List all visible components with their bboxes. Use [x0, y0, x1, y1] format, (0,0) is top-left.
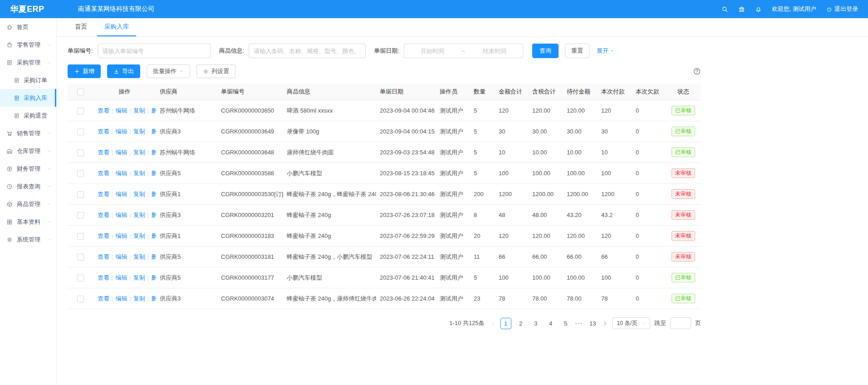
search-icon[interactable] [721, 6, 728, 13]
expand-filters-link[interactable]: 展开 [597, 47, 614, 55]
logout-button[interactable]: 退出登录 [826, 5, 858, 13]
page-size-select[interactable]: 10 条/页 [612, 317, 650, 329]
tab-purchase-inbound[interactable]: 采购入库 [97, 18, 136, 36]
pagination-prev-button[interactable] [490, 321, 496, 326]
row-action-copy[interactable]: 复制 [133, 274, 145, 281]
app-logo[interactable]: 华夏ERP [0, 4, 57, 15]
row-checkbox[interactable] [77, 212, 84, 219]
bank-icon[interactable] [738, 6, 745, 13]
row-action-view[interactable]: 查看 [98, 295, 109, 302]
row-action-view[interactable]: 查看 [98, 149, 109, 156]
row-checkbox[interactable] [77, 233, 84, 240]
row-action-view[interactable]: 查看 [98, 191, 109, 197]
row-action-delete[interactable]: 删除 [151, 149, 156, 156]
row-checkbox[interactable] [77, 170, 84, 177]
select-all-checkbox[interactable] [77, 89, 84, 95]
row-action-copy[interactable]: 复制 [133, 149, 145, 156]
row-checkbox[interactable] [77, 296, 84, 302]
page-jump-input[interactable] [670, 317, 691, 329]
help-icon[interactable] [693, 67, 701, 75]
column-settings-button[interactable]: 列设置 [196, 64, 235, 78]
row-checkbox[interactable] [77, 254, 84, 261]
sidebar-item-home[interactable]: 首页 [0, 18, 56, 36]
sidebar-subitem-purchase-inbound[interactable]: 采购入库 [0, 89, 56, 107]
row-action-view[interactable]: 查看 [98, 274, 109, 281]
row-action-delete[interactable]: 删除 [151, 128, 156, 135]
pagination-ellipsis[interactable]: ••• [575, 321, 584, 326]
cell-debt: 0 [632, 184, 666, 205]
row-action-edit[interactable]: 编辑 [115, 128, 127, 135]
row-action-view[interactable]: 查看 [98, 253, 109, 260]
row-action-edit[interactable]: 编辑 [115, 295, 127, 302]
goods-info-input[interactable] [249, 44, 366, 58]
row-action-delete[interactable]: 删除 [151, 191, 156, 197]
pagination-page-2[interactable]: 2 [515, 318, 526, 329]
sidebar-item-warehouse[interactable]: 仓库管理 [0, 142, 56, 160]
row-action-copy[interactable]: 复制 [133, 107, 145, 114]
search-button[interactable]: 查询 [532, 44, 559, 58]
row-action-edit[interactable]: 编辑 [115, 274, 127, 281]
start-date-input[interactable] [408, 48, 457, 54]
row-action-edit[interactable]: 编辑 [115, 253, 127, 260]
bill-no-input[interactable] [98, 44, 211, 58]
row-action-view[interactable]: 查看 [98, 170, 109, 177]
cell-operator: 测试用户 [436, 142, 470, 163]
row-checkbox[interactable] [77, 108, 84, 114]
row-action-view[interactable]: 查看 [98, 212, 109, 218]
row-action-edit[interactable]: 编辑 [115, 232, 127, 239]
pagination-page-1[interactable]: 1 [500, 318, 511, 329]
row-action-delete[interactable]: 删除 [151, 253, 156, 260]
row-action-delete[interactable]: 删除 [151, 295, 156, 302]
sidebar-item-basic[interactable]: 基本资料 [0, 213, 56, 231]
row-action-copy[interactable]: 复制 [133, 191, 145, 197]
sidebar-item-finance[interactable]: 财务管理 [0, 160, 56, 178]
row-action-delete[interactable]: 删除 [151, 232, 156, 239]
row-action-edit[interactable]: 编辑 [115, 170, 127, 177]
tab-home[interactable]: 首页 [68, 18, 94, 36]
row-action-copy[interactable]: 复制 [133, 128, 145, 135]
sidebar-item-sales[interactable]: 销售管理 [0, 124, 56, 142]
sidebar-subitem-purchase-order[interactable]: 采购订单 [0, 71, 56, 89]
reset-button[interactable]: 重置 [565, 44, 589, 58]
row-checkbox[interactable] [77, 191, 84, 198]
row-action-delete[interactable]: 删除 [151, 212, 156, 218]
row-action-delete[interactable]: 删除 [151, 107, 156, 114]
row-action-copy[interactable]: 复制 [133, 253, 145, 260]
row-action-view[interactable]: 查看 [98, 232, 109, 239]
row-action-copy[interactable]: 复制 [133, 295, 145, 302]
row-action-view[interactable]: 查看 [98, 107, 109, 114]
row-action-view[interactable]: 查看 [98, 128, 109, 135]
row-action-edit[interactable]: 编辑 [115, 212, 127, 218]
pagination-page-13[interactable]: 13 [587, 318, 598, 329]
row-action-delete[interactable]: 删除 [151, 274, 156, 281]
export-button[interactable]: 导出 [107, 64, 140, 78]
sidebar-subitem-purchase-return[interactable]: 采购退货 [0, 107, 56, 124]
row-checkbox[interactable] [77, 128, 84, 135]
end-date-input[interactable] [470, 48, 519, 54]
row-action-copy[interactable]: 复制 [133, 232, 145, 239]
pagination-next-button[interactable] [602, 321, 608, 326]
row-select-cell [68, 205, 93, 226]
status-badge: 已审核 [672, 106, 695, 115]
row-action-delete[interactable]: 删除 [151, 170, 156, 177]
cell-supplier: 供应商3 [156, 121, 217, 142]
sidebar-item-goods[interactable]: 商品管理 [0, 195, 56, 213]
pagination-page-3[interactable]: 3 [530, 318, 541, 329]
row-action-copy[interactable]: 复制 [133, 212, 145, 218]
sidebar-item-system[interactable]: 系统管理 [0, 231, 56, 248]
row-checkbox[interactable] [77, 149, 84, 156]
pagination-page-5[interactable]: 5 [560, 318, 571, 329]
batch-actions-button[interactable]: 批量操作 [147, 64, 190, 78]
row-action-copy[interactable]: 复制 [133, 170, 145, 177]
date-range-picker[interactable]: ~ [404, 44, 523, 58]
sidebar-item-purchase[interactable]: 采购管理 [0, 54, 56, 71]
add-button[interactable]: 新增 [68, 64, 101, 78]
pagination-page-4[interactable]: 4 [545, 318, 556, 329]
sidebar-item-report[interactable]: 报表查询 [0, 178, 56, 195]
notification-bell-icon[interactable] [755, 6, 762, 13]
row-checkbox[interactable] [77, 275, 84, 281]
row-action-edit[interactable]: 编辑 [115, 191, 127, 197]
row-action-edit[interactable]: 编辑 [115, 149, 127, 156]
row-action-edit[interactable]: 编辑 [115, 107, 127, 114]
sidebar-item-retail[interactable]: 零售管理 [0, 36, 56, 54]
